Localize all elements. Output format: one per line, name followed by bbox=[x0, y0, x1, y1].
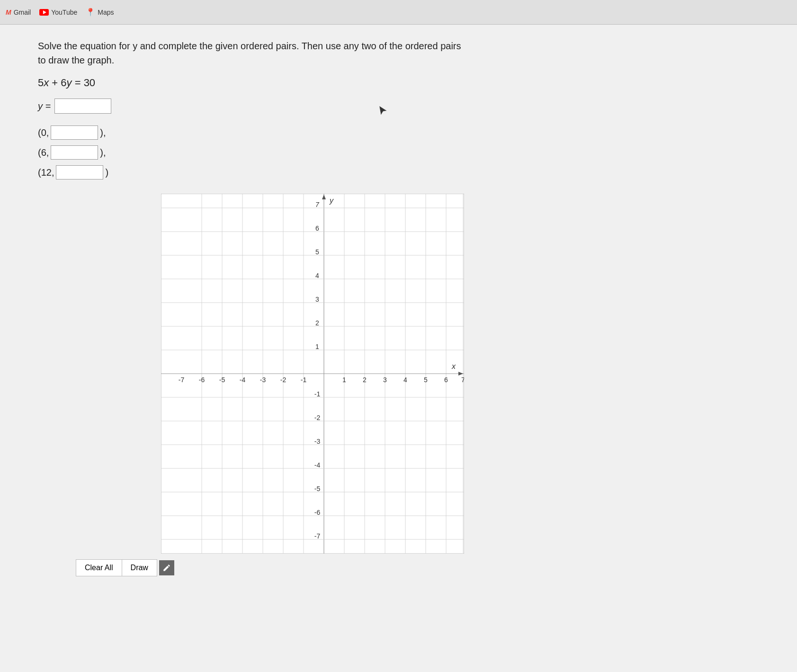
svg-text:-4: -4 bbox=[314, 461, 321, 469]
svg-text:-2: -2 bbox=[314, 414, 321, 421]
svg-text:-5: -5 bbox=[219, 376, 225, 384]
svg-text:3: 3 bbox=[315, 296, 319, 303]
svg-text:1: 1 bbox=[342, 376, 346, 384]
svg-text:4: 4 bbox=[403, 376, 407, 384]
cursor-indicator bbox=[376, 104, 390, 119]
youtube-icon bbox=[39, 9, 49, 16]
svg-text:-5: -5 bbox=[314, 485, 321, 493]
pair-1-suffix: ), bbox=[100, 147, 106, 158]
svg-text:6: 6 bbox=[444, 376, 448, 384]
svg-text:3: 3 bbox=[383, 376, 387, 384]
svg-text:-6: -6 bbox=[199, 376, 205, 384]
clear-all-button[interactable]: Clear All bbox=[76, 559, 122, 576]
equation-text: 5x + 6y = 30 bbox=[38, 77, 95, 89]
tab-maps[interactable]: 📍 Maps bbox=[86, 8, 114, 17]
svg-text:5: 5 bbox=[424, 376, 428, 384]
tab-gmail[interactable]: M Gmail bbox=[6, 9, 31, 16]
svg-text:-6: -6 bbox=[314, 509, 321, 516]
svg-text:-7: -7 bbox=[179, 376, 185, 384]
tab-youtube-label: YouTube bbox=[51, 9, 77, 16]
main-content: Solve the equation for y and complete th… bbox=[0, 25, 797, 672]
svg-text:-1: -1 bbox=[301, 376, 307, 384]
pair-2-suffix: ) bbox=[105, 167, 108, 178]
y-solve-row: y = bbox=[38, 99, 759, 114]
maps-icon: 📍 bbox=[86, 8, 95, 17]
svg-text:-3: -3 bbox=[260, 376, 266, 384]
y-input[interactable] bbox=[54, 99, 111, 114]
y-label: y = bbox=[38, 101, 51, 112]
svg-text:y: y bbox=[329, 197, 334, 205]
pair-1-input[interactable] bbox=[51, 145, 98, 160]
svg-text:x: x bbox=[451, 362, 456, 370]
svg-text:-2: -2 bbox=[280, 376, 287, 384]
graph-container: 7 y 6 5 4 3 2 1 -1 -2 -3 -4 -5 -6 -7 -7 … bbox=[161, 194, 464, 556]
pair-row-1: (6, ), bbox=[38, 145, 759, 160]
draw-button[interactable]: Draw bbox=[122, 559, 157, 576]
pair-0-input[interactable] bbox=[51, 125, 98, 140]
svg-text:6: 6 bbox=[315, 224, 319, 232]
equation-display: 5x + 6y = 30 bbox=[38, 77, 759, 89]
problem-instruction: Solve the equation for y and complete th… bbox=[38, 39, 464, 67]
svg-text:7: 7 bbox=[315, 201, 320, 208]
tab-youtube[interactable]: YouTube bbox=[39, 9, 77, 16]
ordered-pairs-section: (0, ), (6, ), (12, ) bbox=[38, 125, 759, 179]
pencil-icon bbox=[159, 560, 174, 575]
bottom-bar: Clear All Draw bbox=[76, 559, 759, 576]
svg-text:2: 2 bbox=[315, 319, 319, 327]
svg-text:-3: -3 bbox=[314, 438, 321, 445]
svg-text:1: 1 bbox=[315, 343, 319, 350]
pair-2-prefix: (12, bbox=[38, 167, 54, 178]
pair-row-2: (12, ) bbox=[38, 165, 759, 179]
gmail-icon: M bbox=[6, 9, 11, 16]
pair-0-suffix: ), bbox=[100, 127, 106, 138]
tab-bar: M Gmail YouTube 📍 Maps bbox=[0, 0, 797, 25]
svg-text:2: 2 bbox=[363, 376, 367, 384]
pair-2-input[interactable] bbox=[56, 165, 103, 179]
svg-text:-4: -4 bbox=[240, 376, 246, 384]
svg-text:5: 5 bbox=[315, 248, 319, 256]
tab-gmail-label: Gmail bbox=[14, 9, 31, 16]
tab-maps-label: Maps bbox=[98, 9, 114, 16]
svg-text:-1: -1 bbox=[314, 390, 321, 398]
pair-row-0: (0, ), bbox=[38, 125, 759, 140]
coordinate-graph[interactable]: 7 y 6 5 4 3 2 1 -1 -2 -3 -4 -5 -6 -7 -7 … bbox=[161, 194, 464, 554]
svg-text:-7: -7 bbox=[314, 532, 321, 540]
pair-1-prefix: (6, bbox=[38, 147, 49, 158]
svg-text:4: 4 bbox=[315, 272, 319, 279]
pair-0-prefix: (0, bbox=[38, 127, 49, 138]
svg-text:7: 7 bbox=[461, 376, 464, 384]
